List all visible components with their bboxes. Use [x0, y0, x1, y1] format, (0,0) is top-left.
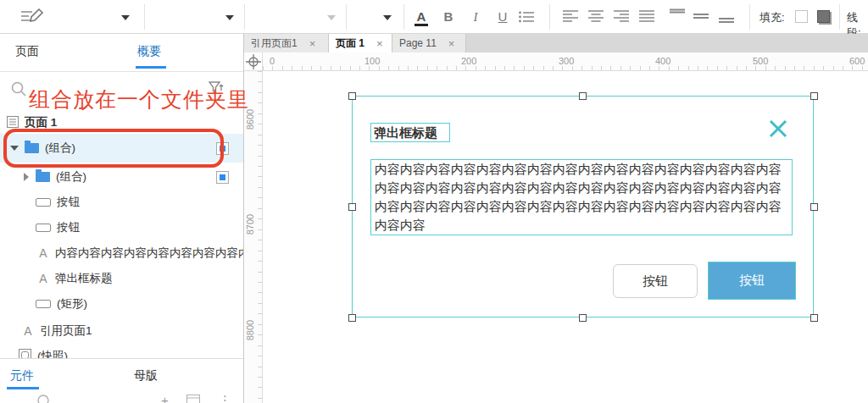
dialog-title[interactable]: 弹出框标题 [370, 123, 450, 142]
red-annotation-text: 组合放在一个文件夹里 [29, 86, 249, 113]
font-dropdown-caret-icon[interactable] [225, 15, 234, 20]
visibility-badge-icon[interactable] [216, 142, 229, 155]
bullet-list-icon[interactable] [519, 11, 534, 26]
caret-right-icon[interactable] [24, 173, 29, 181]
tab-reference-page-1[interactable]: 引用页面1 × [244, 34, 329, 52]
tab-outline[interactable]: 概要 [137, 44, 161, 59]
close-tab-icon[interactable]: × [448, 38, 455, 49]
dialog-secondary-button[interactable]: 按钮 [613, 264, 698, 298]
ruler-label: 500 [753, 56, 768, 66]
tree-item-label: (矩形) [57, 296, 87, 312]
rectangle-icon [36, 224, 51, 232]
folder-icon [25, 143, 39, 153]
fill-swatch-dark[interactable] [817, 10, 830, 23]
tab-widgets[interactable]: 元件 [10, 368, 34, 384]
fill-swatch-white[interactable] [795, 10, 808, 23]
tree-item-button-1[interactable]: 按钮 [0, 190, 244, 215]
dialog-content-text[interactable]: 内容内容内容内容内容内容内容内容内容内容内容内容内容内容内容内容内容内容内容内容… [370, 159, 793, 235]
tree-item-page-1[interactable]: 页面 1 [0, 112, 244, 134]
horizontal-ruler[interactable]: 0 100 200 300 400 500 600 [263, 52, 868, 71]
tree-item-dialog-title[interactable]: A 弹出框标题 [0, 266, 244, 291]
tab-page-11[interactable]: Page 11 × [392, 34, 466, 52]
ruler-label: 8700 [244, 207, 256, 242]
visibility-badge-icon[interactable] [216, 171, 229, 184]
sidebar-panel-tabs: 页面 概要 [0, 34, 243, 72]
resize-handle-bottom-right[interactable] [810, 314, 818, 322]
tree-item-label: 内容内容内容内容内容内容内容内容内容 [55, 246, 244, 261]
dialog-close-icon[interactable] [768, 119, 788, 142]
search-icon[interactable] [11, 81, 26, 100]
sidebar-bottom-tabs: 元件 母版 [0, 358, 244, 391]
align-right-icon[interactable] [614, 10, 629, 25]
ruler-label: 600 [849, 56, 865, 66]
tab-pages[interactable]: 页面 [15, 44, 39, 59]
caret-down-icon[interactable] [10, 146, 19, 151]
close-tab-icon[interactable]: × [376, 38, 383, 49]
valign-bottom-icon[interactable] [719, 14, 734, 29]
resize-handle-bottom-left[interactable] [348, 314, 356, 322]
search-icon[interactable] [37, 395, 51, 403]
underline-button[interactable]: U [493, 8, 512, 26]
font-style-dropdown-caret-icon[interactable] [327, 15, 336, 20]
active-tab-underline [136, 66, 166, 69]
active-tab-underline [7, 387, 39, 389]
resize-handle-mid-left[interactable] [348, 203, 356, 211]
font-color-button[interactable]: A [412, 8, 431, 26]
vertical-ruler[interactable]: 8600 8700 8800 [244, 71, 263, 403]
fill-label: 填充: [760, 10, 785, 25]
tree-item-content-text[interactable]: A 内容内容内容内容内容内容内容内容内容 [0, 240, 244, 266]
tree-item-rectangle[interactable]: (矩形) [0, 291, 244, 317]
font-size-dropdown-caret-icon[interactable] [383, 15, 392, 20]
edit-style-icon[interactable] [20, 8, 44, 29]
align-left-icon[interactable] [563, 10, 578, 25]
widget-search-row: + ⋮ [0, 391, 244, 403]
design-canvas[interactable]: 弹出框标题 内容内容内容内容内容内容内容内容内容内容内容内容内容内容内容内容内容… [263, 71, 868, 403]
tab-page-1[interactable]: 页面 1 × [329, 34, 392, 52]
dialog-primary-button[interactable]: 按钮 [709, 262, 795, 299]
text-icon: A [37, 246, 49, 260]
tree-item-group-outer[interactable]: (组合) [0, 134, 244, 163]
ruler-label: 400 [655, 56, 670, 66]
tree-item-label: 页面 1 [25, 115, 57, 130]
valign-top-icon[interactable] [670, 8, 685, 25]
panel-icon[interactable] [186, 395, 200, 403]
resize-handle-bottom-center[interactable] [579, 314, 587, 322]
align-center-icon[interactable] [588, 10, 604, 25]
folder-icon [36, 172, 50, 182]
valign-middle-icon[interactable] [693, 10, 709, 25]
ruler-label: 100 [364, 56, 380, 66]
canvas-area: 0 100 200 300 400 500 600 8600 8700 8800 [244, 52, 868, 403]
resize-handle-top-center[interactable] [579, 92, 587, 100]
tree-item-label: 按钮 [57, 220, 80, 235]
ruler-ticks [258, 71, 262, 403]
tree-item-label: 按钮 [57, 195, 80, 210]
resize-handle-mid-right[interactable] [810, 203, 818, 211]
tree-item-label: (组合) [45, 141, 75, 156]
tree-item-button-2[interactable]: 按钮 [0, 215, 244, 240]
ruler-origin-button[interactable] [244, 52, 263, 71]
text-icon: A [37, 272, 49, 285]
ruler-label: 200 [461, 56, 476, 66]
ruler-ticks [263, 66, 868, 70]
bold-button[interactable]: B [439, 8, 458, 26]
italic-button[interactable]: I [466, 8, 485, 26]
tree-item-label: 弹出框标题 [55, 271, 113, 286]
ruler-label: 8800 [244, 312, 256, 348]
tree-item-reference-page[interactable]: A 引用页面1 [0, 318, 244, 344]
close-tab-icon[interactable]: × [309, 38, 316, 49]
resize-handle-top-right[interactable] [810, 92, 818, 100]
ruler-label: 0 [270, 56, 275, 66]
rectangle-icon [36, 300, 51, 308]
ruler-label: 300 [559, 56, 574, 66]
tree-item-group-inner[interactable]: (组合) [0, 164, 244, 190]
tree-item-label: 引用页面1 [40, 323, 92, 339]
more-options-icon[interactable]: ⋮ [219, 393, 231, 403]
tab-masters[interactable]: 母版 [134, 368, 158, 384]
rectangle-icon [36, 198, 51, 207]
style-dropdown-caret-icon[interactable] [121, 15, 130, 20]
axure-editor-window: A B I U 填充: 线段: 引用页面1 × [0, 0, 868, 403]
resize-handle-top-left[interactable] [348, 92, 356, 100]
align-justify-icon[interactable] [639, 10, 654, 25]
tree-item-label: (组合) [56, 169, 86, 185]
add-icon[interactable]: + [161, 393, 169, 403]
